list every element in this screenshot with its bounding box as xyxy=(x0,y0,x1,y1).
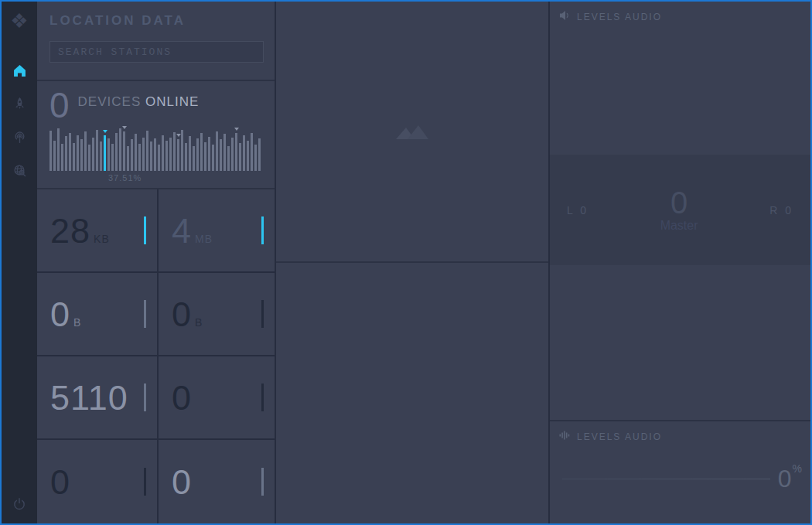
histogram-bar xyxy=(208,126,210,171)
meter-unit: % xyxy=(793,462,802,475)
histogram-bar xyxy=(49,126,52,171)
histogram-bar xyxy=(100,126,102,171)
histogram-bar xyxy=(96,126,98,171)
histogram-bar xyxy=(150,126,152,171)
stat-tick xyxy=(261,468,264,496)
home-icon xyxy=(13,64,26,80)
stat-cell: 4MB xyxy=(159,189,275,273)
histogram-bar xyxy=(181,126,183,171)
equalizer-icon xyxy=(559,430,571,443)
stat-unit: B xyxy=(195,316,203,329)
app-window: ❖ xyxy=(0,0,812,525)
histogram-marker-icon xyxy=(176,134,181,137)
stat-grid: 28KB4MB0B0B5110000 xyxy=(37,189,275,523)
histogram-percent-label: 37.51% xyxy=(108,173,262,182)
histogram-bar xyxy=(204,126,206,171)
stat-tick xyxy=(261,216,264,244)
stat-cell: 0B xyxy=(37,273,159,356)
histogram-bar xyxy=(158,126,160,171)
levels-audio-panel-top: LEVELS AUDIO xyxy=(550,2,810,155)
rocket-icon xyxy=(13,97,26,114)
histogram-bar xyxy=(80,126,83,171)
histogram-bar xyxy=(65,126,67,171)
histogram-bar xyxy=(57,126,60,171)
histogram-bar xyxy=(193,126,195,171)
histogram-bar xyxy=(220,126,222,171)
search-stations-input[interactable] xyxy=(49,41,264,63)
stat-tick xyxy=(261,300,264,328)
globe-search-icon xyxy=(13,164,26,180)
sidebar-item-launch[interactable] xyxy=(12,98,26,112)
histogram-bar xyxy=(138,126,141,171)
stat-value: 0 xyxy=(50,297,70,332)
histogram-marker-icon xyxy=(234,128,239,131)
sidebar-item-home[interactable] xyxy=(12,65,26,79)
master-levels-panel: L 0 0 Master R 0 xyxy=(550,155,810,265)
histogram-bar xyxy=(77,126,79,171)
devices-count: 0 xyxy=(49,87,70,123)
audio-panel-spacer xyxy=(550,265,810,420)
stat-cell: 0 xyxy=(37,440,159,523)
histogram-bar xyxy=(235,126,237,171)
master-value-block: 0 Master xyxy=(660,187,698,233)
audio-level-meter: 0 % xyxy=(559,466,801,491)
stat-tick xyxy=(261,384,264,411)
histogram-marker-icon xyxy=(122,126,127,129)
stat-tick xyxy=(144,300,146,328)
sidebar-item-power[interactable] xyxy=(12,499,26,513)
stat-value: 0 xyxy=(172,465,192,499)
location-header: LOCATION DATA xyxy=(37,2,275,81)
devices-label: DEVICES ONLINE xyxy=(78,94,200,110)
histogram-bar xyxy=(223,126,226,171)
master-value: 0 xyxy=(660,187,698,218)
histogram-bar xyxy=(88,126,90,171)
sidebar-item-broadcast[interactable] xyxy=(12,131,26,145)
levels-audio-header-top: LEVELS AUDIO xyxy=(559,10,801,23)
histogram-bar xyxy=(104,126,106,171)
histogram-bar xyxy=(111,126,114,171)
histogram-bar xyxy=(154,126,156,171)
histogram-marker-icon xyxy=(103,130,107,133)
histogram-bar xyxy=(177,126,179,171)
stat-tick xyxy=(144,468,146,496)
stat-value: 0 xyxy=(172,297,192,332)
histogram-bar xyxy=(231,126,234,171)
histogram-bar xyxy=(61,126,63,171)
broadcast-icon xyxy=(13,131,26,147)
audio-column: LEVELS AUDIO L 0 0 Master R 0 xyxy=(550,2,810,523)
diamond-cluster-logo[interactable]: ❖ xyxy=(10,11,28,31)
stat-value: 0 xyxy=(50,465,70,499)
mountains-icon xyxy=(393,120,432,143)
histogram-bar xyxy=(142,126,145,171)
histogram-bar xyxy=(227,126,230,171)
histogram-bar xyxy=(212,126,214,171)
histogram-bar xyxy=(189,126,191,171)
speaker-icon xyxy=(559,10,571,23)
histogram-bar xyxy=(254,126,257,171)
histogram-bar xyxy=(131,126,133,171)
stat-value: 28 xyxy=(50,213,90,248)
histogram-bar xyxy=(162,126,164,171)
stat-tick xyxy=(144,216,146,244)
stat-value: 4 xyxy=(172,213,192,248)
stat-tick xyxy=(144,384,146,411)
histogram-bar xyxy=(169,126,172,171)
histogram-bar xyxy=(258,126,261,171)
histogram-bar xyxy=(200,126,203,171)
histogram-bar xyxy=(251,126,253,171)
stat-value: 5110 xyxy=(50,380,128,415)
stat-cell: 5110 xyxy=(37,356,159,440)
location-data-panel: LOCATION DATA 0 DEVICES ONLINE 37.51% 28… xyxy=(37,2,276,523)
histogram-bar xyxy=(69,126,71,171)
stat-cell: 0 xyxy=(159,440,275,523)
stat-cell: 28KB xyxy=(37,189,159,273)
histogram-bar xyxy=(243,126,245,171)
sidebar-item-explore[interactable] xyxy=(12,165,26,179)
histogram-bar xyxy=(185,126,187,171)
devices-histogram[interactable] xyxy=(49,126,262,171)
histogram-bar xyxy=(115,126,118,171)
histogram-bar xyxy=(196,126,199,171)
histogram-bar xyxy=(119,126,121,171)
stat-value: 0 xyxy=(172,380,192,415)
media-column xyxy=(276,2,550,523)
